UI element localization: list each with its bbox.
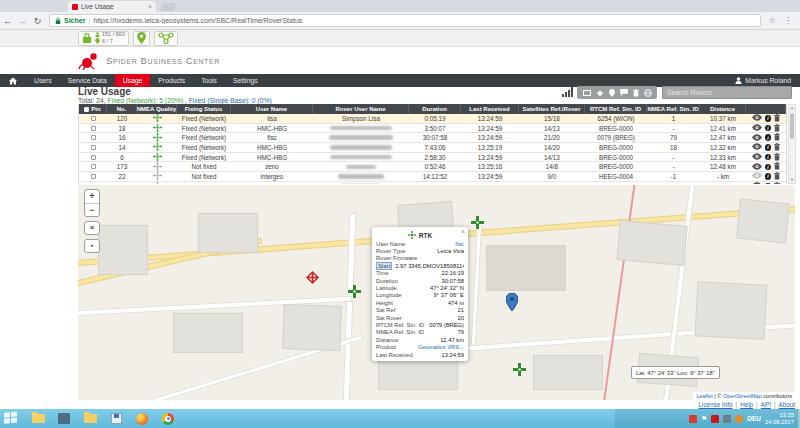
taskbar-clock[interactable]: 13:25 24.08.2017	[765, 412, 794, 425]
search-rovers-input[interactable]	[662, 86, 792, 99]
info-icon[interactable]: i	[765, 183, 772, 184]
tray-shield-icon[interactable]	[723, 415, 731, 423]
footer-link-about[interactable]: About	[779, 401, 795, 408]
keyboard-language[interactable]: DEU	[747, 415, 761, 422]
tray-icon[interactable]	[735, 415, 743, 423]
rectangle-select-icon[interactable]	[583, 90, 591, 96]
row-checkbox[interactable]	[91, 145, 96, 150]
reference-station-pin-icon[interactable]	[506, 293, 518, 311]
info-icon[interactable]: i	[765, 125, 772, 132]
table-row[interactable]: 24Not fixedi	[79, 182, 786, 184]
column-header-satellites-ref-rover[interactable]: Satellites Ref./Rover	[519, 104, 585, 114]
column-header-rover-user-name[interactable]: Rover User Name	[313, 104, 409, 114]
bookmark-star-icon[interactable]: ☆	[769, 16, 776, 25]
view-on-map-eye-icon[interactable]	[752, 172, 762, 180]
address-bar[interactable]: Sicher | https://hxsdemo.leica-geosystem…	[49, 14, 761, 27]
table-row[interactable]: 120Fixed (Network)lisaSimpson Lisa0:05:1…	[79, 114, 786, 124]
delete-icon[interactable]	[774, 172, 780, 181]
app-icon[interactable]	[54, 411, 74, 426]
info-icon[interactable]: i	[765, 173, 772, 180]
info-icon[interactable]: i	[765, 144, 772, 151]
column-header-user-name[interactable]: User Name	[231, 104, 313, 114]
footer-link-license-info[interactable]: License Info	[699, 401, 733, 408]
table-row[interactable]: 22Not fixedintergeo14:12:5213:24:599/0HE…	[79, 172, 786, 182]
rover-marker-icon[interactable]	[471, 216, 484, 229]
table-row[interactable]: 16Fixed (Network)fisc30:07:5813:24:5921/…	[79, 133, 786, 143]
browser-tab[interactable]: Live Usage ×	[68, 1, 156, 12]
back-icon[interactable]: ←	[0, 16, 15, 26]
delete-icon[interactable]	[774, 153, 780, 162]
table-row[interactable]: 173Not fixedzeno0:52:4613:25:1614/8BREG-…	[79, 162, 786, 172]
new-tab-button[interactable]	[161, 3, 177, 11]
nav-item-tools[interactable]: Tools	[193, 74, 225, 87]
table-scrollbar[interactable]: ▲ ▼	[788, 104, 796, 184]
globe-icon[interactable]	[644, 89, 652, 97]
folder-icon[interactable]	[80, 411, 100, 426]
footer-link-api[interactable]: API	[761, 401, 771, 408]
tray-flag-icon[interactable]: ⚑	[701, 415, 707, 423]
column-header-duration[interactable]: Duration	[409, 104, 461, 114]
info-icon[interactable]: i	[765, 115, 772, 122]
view-on-map-eye-icon[interactable]	[752, 182, 762, 184]
home-icon[interactable]	[0, 74, 26, 87]
row-checkbox[interactable]	[91, 126, 96, 131]
browser-menu-icon[interactable]: ⋮	[784, 16, 792, 25]
tray-icon[interactable]	[689, 415, 697, 423]
rover-marker-selected-icon[interactable]	[305, 270, 320, 285]
view-on-map-eye-icon[interactable]	[752, 143, 762, 151]
chrome-icon[interactable]	[158, 411, 178, 426]
osm-link[interactable]: OpenStreetMap	[723, 393, 762, 399]
map[interactable]: + − × ▪ RTK × User NamefiscRover TypeLei…	[78, 185, 795, 400]
view-on-map-eye-icon[interactable]	[752, 114, 762, 122]
extent-button[interactable]: ▪	[84, 239, 100, 253]
rover-marker-icon[interactable]	[513, 363, 526, 376]
delete-icon[interactable]	[774, 124, 780, 133]
row-checkbox[interactable]	[91, 164, 96, 169]
info-icon[interactable]: i	[765, 134, 772, 141]
leaflet-link[interactable]: Leaflet	[696, 393, 713, 399]
signal-bars-icon[interactable]	[562, 87, 573, 97]
footer-link-help[interactable]: Help	[740, 401, 753, 408]
zoom-in-button[interactable]: +	[85, 190, 99, 203]
popup-field-link[interactable]: fisc	[455, 241, 464, 247]
firefox-icon[interactable]	[132, 411, 152, 426]
row-checkbox[interactable]	[91, 155, 96, 160]
table-row[interactable]: 14Fixed (Network)HMC-HBG7:43:0613:25:191…	[79, 143, 786, 153]
table-row[interactable]: 6Fixed (Network)HMC-HBG2:58:3013:24:5914…	[79, 153, 786, 163]
nav-item-products[interactable]: Products	[150, 74, 193, 87]
start-button[interactable]	[4, 411, 20, 426]
row-checkbox[interactable]	[91, 135, 96, 140]
nav-item-settings[interactable]: Settings	[225, 74, 266, 87]
zoom-out-button[interactable]: −	[85, 203, 99, 216]
reload-icon[interactable]: ↻	[30, 16, 45, 26]
tray-icon[interactable]	[711, 415, 719, 423]
column-header-last-received[interactable]: Last Received	[461, 104, 519, 114]
column-header-no-[interactable]: No.	[107, 104, 137, 114]
scrollbar-thumb[interactable]	[790, 113, 794, 139]
column-header-nmea-quality[interactable]: NMEA Quality	[137, 104, 177, 114]
column-header-pin[interactable]: Pin	[79, 104, 107, 114]
delete-icon[interactable]	[774, 162, 780, 171]
view-on-map-eye-icon[interactable]	[752, 163, 762, 171]
nav-item-users[interactable]: Users	[26, 74, 60, 87]
info-icon[interactable]: i	[765, 154, 772, 161]
select-all-checkbox[interactable]	[84, 107, 89, 112]
trash-icon[interactable]	[633, 89, 639, 97]
delete-icon[interactable]	[774, 182, 780, 184]
file-explorer-icon[interactable]	[28, 411, 48, 426]
scroll-down-icon[interactable]: ▼	[789, 177, 795, 183]
column-header-fixing-status[interactable]: Fixing Status	[177, 104, 231, 114]
popup-field-link[interactable]: Geomatics VRS...	[418, 344, 464, 350]
delete-icon[interactable]	[774, 143, 780, 152]
delete-icon[interactable]	[774, 114, 780, 123]
column-header-nmea-ref-stn-id[interactable]: NMEA Ref. Stn. ID	[647, 104, 700, 114]
rover-marker-icon[interactable]	[348, 285, 361, 298]
column-header-rtcm-ref-stn-id[interactable]: RTCM Ref. Stn. ID	[585, 104, 647, 114]
close-map-button[interactable]: ×	[84, 221, 100, 235]
view-on-map-eye-icon[interactable]	[752, 134, 762, 142]
view-on-map-eye-icon[interactable]	[752, 153, 762, 161]
row-checkbox[interactable]	[91, 116, 96, 121]
scroll-up-icon[interactable]: ▲	[789, 105, 795, 111]
delete-icon[interactable]	[774, 133, 780, 142]
column-header-distance[interactable]: Distance	[700, 104, 746, 114]
